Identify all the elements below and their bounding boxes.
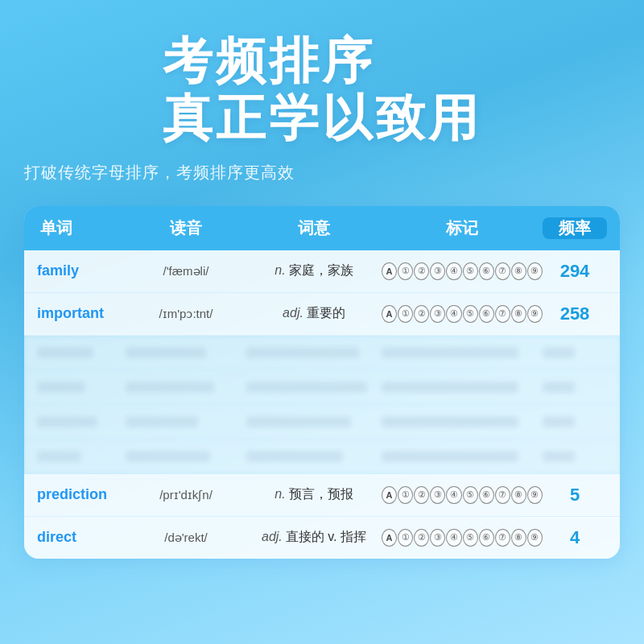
meaning-cell: n.家庭，家族 — [246, 262, 382, 279]
freq-cell: 5 — [543, 485, 607, 506]
col-word: 单词 — [37, 217, 126, 239]
meaning-cell: n.预言，预报 — [246, 486, 382, 503]
col-freq: 频率 — [543, 217, 607, 239]
table-row-blurred — [24, 405, 620, 440]
table-row: prediction /prɪ'dɪkʃn/ n.预言，预报 A ① ② ③ ④… — [24, 474, 620, 517]
freq-cell: 258 — [543, 303, 607, 324]
freq-cell: 294 — [543, 261, 607, 282]
phonetic-cell: /də'rekt/ — [126, 530, 246, 545]
tags-cell: A ① ② ③ ④ ⑤ ⑥ ⑦ ⑧ ⑨ — [382, 529, 543, 547]
word-cell: important — [37, 305, 126, 322]
word-cell: family — [37, 262, 126, 279]
phonetic-cell: /prɪ'dɪkʃn/ — [126, 488, 246, 502]
table-row-blurred — [24, 336, 620, 370]
subtitle: 打破传统字母排序，考频排序更高效 — [24, 162, 620, 184]
meaning-cell: adj.重要的 — [246, 305, 382, 322]
col-phonetic: 读音 — [126, 217, 246, 239]
phonetic-cell: /ɪm'pɔ:tnt/ — [126, 307, 246, 321]
table-row-blurred — [24, 440, 620, 474]
table-header: 单词 读音 词意 标记 频率 — [24, 206, 620, 250]
table-row: direct /də'rekt/ adj.直接的 v. 指挥 A ① ② ③ ④… — [24, 517, 620, 559]
col-tags: 标记 — [382, 217, 543, 239]
tags-cell: A ① ② ③ ④ ⑤ ⑥ ⑦ ⑧ ⑨ — [382, 305, 543, 323]
table-row-blurred — [24, 370, 620, 405]
freq-cell: 4 — [543, 527, 607, 548]
word-cell: prediction — [37, 486, 126, 503]
table-row: family /'fæməli/ n.家庭，家族 A ① ② ③ ④ ⑤ ⑥ ⑦… — [24, 250, 620, 293]
meaning-cell: adj.直接的 v. 指挥 — [246, 529, 382, 546]
tags-cell: A ① ② ③ ④ ⑤ ⑥ ⑦ ⑧ ⑨ — [382, 486, 543, 504]
tags-cell: A ① ② ③ ④ ⑤ ⑥ ⑦ ⑧ ⑨ — [382, 262, 543, 280]
vocabulary-table: 单词 读音 词意 标记 频率 family /'fæməli/ n.家庭，家族 … — [24, 206, 620, 559]
col-meaning: 词意 — [246, 217, 382, 239]
main-title: 考频排序 真正学以致用 — [163, 32, 481, 162]
word-cell: direct — [37, 529, 126, 546]
phonetic-cell: /'fæməli/ — [126, 264, 246, 279]
table-row: important /ɪm'pɔ:tnt/ adj.重要的 A ① ② ③ ④ … — [24, 293, 620, 336]
